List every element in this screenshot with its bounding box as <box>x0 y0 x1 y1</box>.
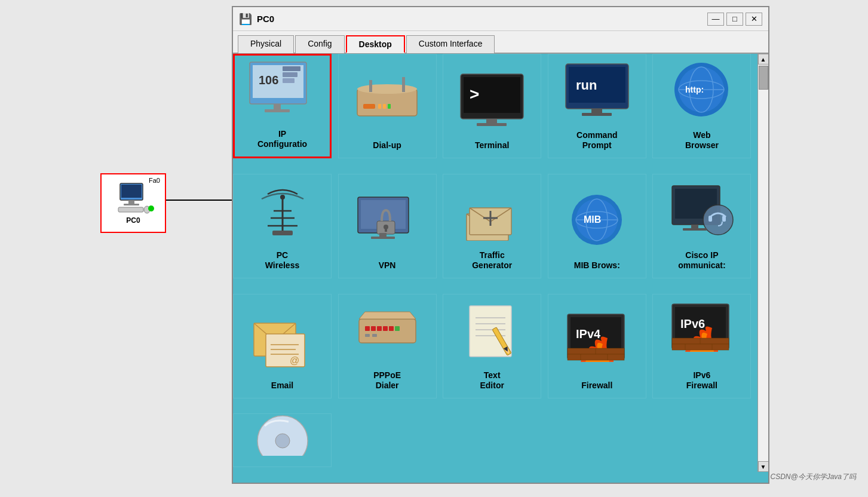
pc-wireless-icon <box>250 181 315 241</box>
svg-point-65 <box>703 205 733 235</box>
text-editor-icon-area <box>456 295 528 367</box>
watermark: CSDN@今天你学Java了吗 <box>770 472 856 482</box>
ipv6-firewall-label: IPv6Firewall <box>686 370 717 391</box>
minimize-button[interactable]: — <box>707 13 724 26</box>
tab-desktop[interactable]: Desktop <box>346 35 405 53</box>
svg-rect-78 <box>365 326 370 331</box>
tab-custom-interface[interactable]: Custom Interface <box>406 35 495 53</box>
svg-point-44 <box>280 195 285 200</box>
desktop-item-cisco-ip-comm[interactable]: Cisco IPommunicat: <box>652 174 751 278</box>
desktop-item-vpn[interactable]: VPN <box>338 174 437 278</box>
svg-text:106: 106 <box>259 73 278 87</box>
ip-config-icon: 106 <box>247 59 318 122</box>
desktop-item-text-editor[interactable]: TextEditor <box>443 294 541 398</box>
desktop-item-dial-up[interactable]: Dial-up <box>338 54 437 158</box>
svg-text:>: > <box>470 85 479 103</box>
dial-up-icon <box>351 71 423 131</box>
scroll-down-arrow[interactable]: ▼ <box>758 461 769 472</box>
svg-rect-85 <box>372 334 377 337</box>
terminal-label: Terminal <box>475 140 509 151</box>
desktop-item-partial1[interactable] <box>233 413 332 467</box>
scroll-thumb[interactable] <box>759 66 768 90</box>
mib-browser-icon-area: MIB <box>561 185 633 257</box>
svg-rect-27 <box>486 119 497 124</box>
svg-rect-5 <box>124 204 139 205</box>
node-label: PC0 <box>126 216 140 225</box>
terminal-icon-area: > <box>456 65 528 137</box>
ipv6-firewall-icon: IPv6 <box>667 301 736 361</box>
svg-rect-52 <box>371 237 395 239</box>
desktop-item-terminal[interactable]: > Terminal <box>443 54 541 158</box>
svg-rect-18 <box>363 104 375 109</box>
pc-wireless-label: PCWireless <box>265 250 299 271</box>
content-area: 106 IPConfiguratio <box>233 54 768 483</box>
vpn-icon <box>353 191 422 251</box>
pc-wireless-icon-area <box>247 175 318 247</box>
pppoe-dialer-icon-area <box>351 295 423 367</box>
svg-rect-22 <box>402 77 405 92</box>
svg-point-17 <box>357 84 417 94</box>
email-label: Email <box>271 381 293 391</box>
ip-config-icon-area: 106 <box>247 56 318 125</box>
svg-text:run: run <box>576 78 597 93</box>
svg-rect-21 <box>388 104 391 109</box>
close-button[interactable]: ✕ <box>746 13 762 26</box>
tab-physical[interactable]: Physical <box>238 35 294 53</box>
ip-config-label: IPConfiguratio <box>257 129 307 149</box>
tab-bar: Physical Config Desktop Custom Interface <box>233 31 768 54</box>
svg-rect-68 <box>691 225 698 229</box>
desktop-item-ipv6-firewall[interactable]: IPv6 IPv6Firewall <box>652 294 751 398</box>
window-title: PC0 <box>257 14 274 24</box>
svg-rect-11 <box>283 66 300 71</box>
desktop-item-pc-wireless[interactable]: PCWireless <box>233 174 332 278</box>
scroll-up-arrow[interactable]: ▲ <box>758 54 769 65</box>
pppoe-dialer-icon <box>353 301 422 361</box>
partial1-icon-area <box>247 411 318 456</box>
svg-rect-23 <box>369 80 372 92</box>
title-bar: 💾 PC0 — □ ✕ <box>233 7 768 31</box>
pc-icon-svg <box>115 182 151 215</box>
desktop-item-traffic-generator[interactable]: TrafficGenerator <box>443 174 541 278</box>
tab-config[interactable]: Config <box>295 35 344 53</box>
svg-rect-4 <box>128 200 134 204</box>
desktop-item-email[interactable]: @ Email <box>233 294 332 398</box>
desktop-item-firewall[interactable]: IPv4 Firewall <box>548 294 646 398</box>
traffic-generator-icon <box>458 181 526 241</box>
maximize-button[interactable]: □ <box>726 13 743 26</box>
mib-browser-icon: MIB <box>563 191 631 251</box>
desktop-item-ip-config[interactable]: 106 IPConfiguratio <box>233 54 332 158</box>
svg-text:IPv4: IPv4 <box>576 327 601 340</box>
desktop-item-pppoe-dialer[interactable]: PPPoEDialer <box>338 294 437 398</box>
pppoe-dialer-label: PPPoEDialer <box>373 370 401 391</box>
desktop-item-command-prompt[interactable]: run CommandPrompt <box>548 54 646 158</box>
svg-rect-80 <box>377 326 382 331</box>
svg-rect-82 <box>389 326 394 331</box>
desktop-item-mib-browser[interactable]: MIB MIB Brows: <box>548 174 646 278</box>
traffic-generator-label: TrafficGenerator <box>472 250 512 271</box>
title-bar-controls: — □ ✕ <box>707 13 762 26</box>
firewall-icon-area: IPv4 <box>561 305 633 377</box>
firewall-icon: IPv4 <box>563 311 631 371</box>
svg-rect-6 <box>118 207 143 212</box>
pc-node[interactable]: Fa0 PC0 <box>100 173 166 233</box>
svg-rect-69 <box>683 228 707 231</box>
svg-rect-79 <box>371 326 376 331</box>
green-dot <box>148 205 154 211</box>
svg-rect-20 <box>383 104 386 109</box>
desktop-item-web-browser[interactable]: http: WebBrowser <box>652 54 751 158</box>
svg-rect-81 <box>383 326 388 331</box>
svg-rect-84 <box>365 334 370 337</box>
partial1-icon <box>253 411 312 456</box>
svg-text:MIB: MIB <box>584 214 601 225</box>
svg-rect-14 <box>274 104 281 110</box>
email-icon-area: @ <box>247 305 318 377</box>
web-browser-icon: http: <box>667 61 736 121</box>
ipv6-firewall-icon-area: IPv6 <box>666 295 738 367</box>
svg-rect-13 <box>283 78 295 83</box>
dial-up-label: Dial-up <box>373 140 401 151</box>
command-prompt-icon-area: run <box>561 55 633 127</box>
svg-rect-97 <box>568 348 624 354</box>
terminal-icon: > <box>458 71 526 131</box>
title-bar-left: 💾 PC0 <box>239 13 274 26</box>
traffic-generator-icon-area <box>456 175 528 247</box>
